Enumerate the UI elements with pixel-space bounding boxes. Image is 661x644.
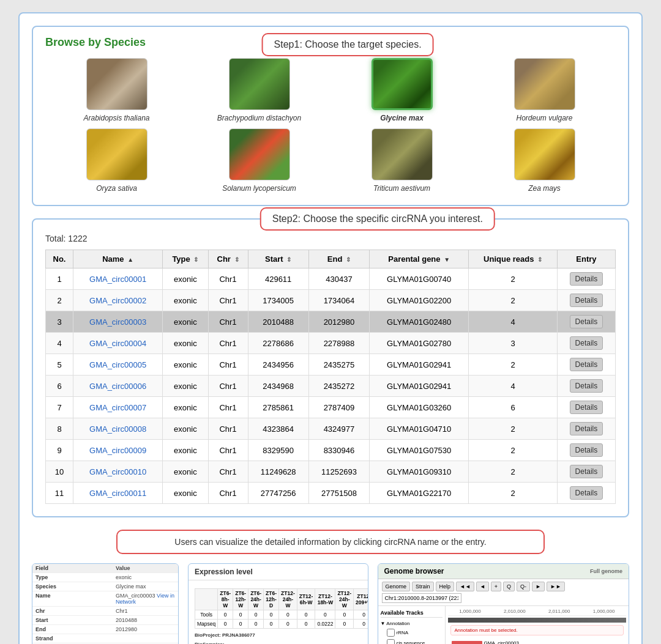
cell-type: exonic <box>163 418 208 440</box>
track-cis[interactable]: cis sequence <box>387 638 443 644</box>
expr-tools-5: 0 <box>279 610 297 620</box>
circ-name-link[interactable]: GMA_circ00006 <box>89 382 146 391</box>
species-name-glycine: Glycine max <box>380 114 424 122</box>
track-rrna-checkbox[interactable] <box>387 629 395 637</box>
genome-full-genome-btn[interactable]: Full genome <box>590 568 622 574</box>
table-row: 9 GMA_circ00009 exonic Chr1 8329590 8330… <box>46 440 616 461</box>
species-img-oryza <box>86 128 148 180</box>
cell-end: 2435272 <box>308 376 369 397</box>
details-button[interactable]: Details <box>570 358 603 371</box>
circ-name-link[interactable]: GMA_circ00008 <box>89 424 146 434</box>
expr-mapseq-8: 0 <box>335 620 354 629</box>
cell-gene: GLYMA01G00740 <box>370 268 469 290</box>
details-button[interactable]: Details <box>570 336 603 350</box>
cell-chr: Chr1 <box>208 418 248 440</box>
genome-panel: Genome browser Full genome Genome Strain… <box>378 563 630 644</box>
details-button[interactable]: Details <box>570 294 603 307</box>
cell-end: 11252693 <box>308 461 369 483</box>
species-brachypodium[interactable]: Brachypodium distachyon <box>204 58 315 122</box>
cell-gene: GLYMA01G02941 <box>370 354 469 376</box>
species-zea[interactable]: Zea mays <box>490 128 600 193</box>
sort-reads-icon: ⇕ <box>537 256 542 263</box>
col-start[interactable]: Start ⇕ <box>248 250 308 268</box>
species-hordeum[interactable]: Hordeum vulgare <box>490 58 600 122</box>
details-button[interactable]: Details <box>570 401 603 414</box>
circ-bar-3 <box>452 641 482 645</box>
genome-browser-header: Genome browser Full genome <box>378 564 629 579</box>
circ-name-link[interactable]: GMA_circ00003 <box>89 317 146 327</box>
track-cis-label: cis sequence <box>397 640 425 644</box>
expr-tools-3: 0 <box>248 610 264 620</box>
expression-table: ZT6-8h-W ZT6-12h-W ZT6-24h-W ZT6-12h-D Z… <box>195 588 368 629</box>
col-end[interactable]: End ⇕ <box>308 250 369 268</box>
fv-header-field: Field <box>32 564 113 573</box>
table-row: 11 GMA_circ00011 exonic Chr1 27747256 27… <box>46 483 616 504</box>
circ-name-link[interactable]: GMA_circ00009 <box>89 446 146 455</box>
fv-value: exonic <box>113 573 178 582</box>
genome-nav-zoom-mag[interactable]: Q <box>503 582 515 591</box>
circ-name-link[interactable]: GMA_circ00007 <box>89 403 146 412</box>
genome-browser-title: Genome browser <box>384 567 444 576</box>
species-solanum[interactable]: Solanum lycopersicum <box>204 128 315 193</box>
view-in-network-link[interactable]: View in Network <box>116 593 174 605</box>
circ-name-link[interactable]: GMA_circ00002 <box>89 296 146 305</box>
details-button[interactable]: Details <box>570 379 603 393</box>
species-glycine[interactable]: Glycine max <box>347 58 457 122</box>
genome-toolbar: Genome Strain Help ◄◄ ◄ + Q Q- ► ►► <box>378 579 629 606</box>
col-gene[interactable]: Parental gene ▼ <box>370 250 469 268</box>
genome-nav-ffwd[interactable]: ►► <box>547 582 565 591</box>
fv-value: Glycine max <box>113 582 178 591</box>
genome-nav-zoom-out[interactable]: Q- <box>517 582 530 591</box>
cell-chr: Chr1 <box>208 483 248 504</box>
circ-name-link[interactable]: GMA_circ00010 <box>89 467 146 476</box>
details-button[interactable]: Details <box>570 315 603 328</box>
col-type[interactable]: Type ⇕ <box>163 250 208 268</box>
track-rrna[interactable]: rRNA <box>387 627 443 638</box>
details-button[interactable]: Details <box>570 486 603 500</box>
col-name[interactable]: Name ▲ <box>73 250 163 268</box>
cell-no: 11 <box>46 483 73 504</box>
col-reads[interactable]: Unique reads ⇕ <box>469 250 558 268</box>
cell-name: GMA_circ00004 <box>73 333 163 354</box>
cell-start: 2278686 <box>248 333 308 354</box>
step2-callout: Step2: Choose the specific circRNA you i… <box>260 207 495 231</box>
circ-name-link[interactable]: GMA_circ00001 <box>89 275 146 284</box>
cell-no: 4 <box>46 333 73 354</box>
fv-row: End2012980 <box>32 625 178 634</box>
genome-location-input[interactable] <box>382 593 461 603</box>
table-section: Step2: Choose the specific circRNA you i… <box>32 218 629 517</box>
species-oryza[interactable]: Oryza sativa <box>62 128 172 193</box>
genome-nav-fwd[interactable]: ► <box>532 582 545 591</box>
details-button[interactable]: Details <box>570 443 603 457</box>
details-button[interactable]: Details <box>570 422 603 435</box>
circ-name-link[interactable]: GMA_circ00005 <box>89 360 146 369</box>
genome-nav-back[interactable]: ◄ <box>476 582 489 591</box>
table-row: 6 GMA_circ00006 exonic Chr1 2434968 2435… <box>46 376 616 397</box>
cell-name: GMA_circ00009 <box>73 440 163 461</box>
cell-reads: 6 <box>469 397 558 418</box>
track-cis-checkbox[interactable] <box>387 639 395 644</box>
table-row: 10 GMA_circ00010 exonic Chr1 11249628 11… <box>46 461 616 483</box>
expr-col-tools <box>195 589 218 610</box>
circ-name-link[interactable]: GMA_circ00004 <box>89 339 146 348</box>
genome-btn-help[interactable]: Help <box>436 582 455 591</box>
circ-name-link[interactable]: GMA_circ00011 <box>89 489 146 498</box>
species-name-solanum: Solanum lycopersicum <box>222 184 296 193</box>
genome-nav-rewind[interactable]: ◄◄ <box>456 582 474 591</box>
col-chr[interactable]: Chr ⇕ <box>208 250 248 268</box>
fv-value: 2010488 <box>113 616 178 625</box>
details-button[interactable]: Details <box>570 465 603 478</box>
genome-btn-strain[interactable]: Strain <box>412 582 434 591</box>
expression-body: ZT6-8h-W ZT6-12h-W ZT6-24h-W ZT6-12h-D Z… <box>189 580 368 644</box>
cell-gene: GLYMA01G09310 <box>370 461 469 483</box>
cell-type: exonic <box>163 483 208 504</box>
species-arabidopsis[interactable]: Arabidopsis thaliana <box>62 58 172 122</box>
sort-start-icon: ⇕ <box>286 256 291 263</box>
genome-btn-genome[interactable]: Genome <box>382 582 411 591</box>
details-button[interactable]: Details <box>570 272 603 286</box>
fv-row: ChrChr1 <box>32 607 178 616</box>
genome-nav-zoom-in[interactable]: + <box>491 582 501 591</box>
cell-type: exonic <box>163 333 208 354</box>
species-triticum[interactable]: Triticum aestivum <box>347 128 457 193</box>
cell-no: 6 <box>46 376 73 397</box>
